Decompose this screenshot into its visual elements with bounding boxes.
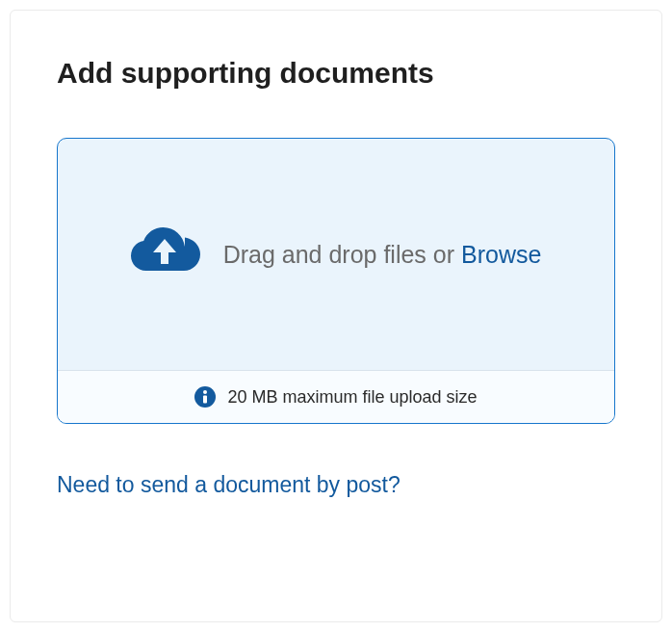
dropzone-prompt: Drag and drop files or Browse	[223, 241, 542, 269]
upload-size-hint: 20 MB maximum file upload size	[227, 387, 477, 408]
info-icon	[194, 386, 216, 408]
file-dropzone[interactable]: Drag and drop files or Browse 20 MB maxi…	[57, 138, 615, 424]
svg-rect-2	[203, 396, 207, 404]
dropzone-prompt-text: Drag and drop files or	[223, 241, 461, 268]
svg-point-1	[203, 390, 207, 394]
upload-card: Add supporting documents Drag and drop f…	[10, 10, 662, 622]
page-title: Add supporting documents	[57, 57, 615, 90]
browse-link[interactable]: Browse	[461, 241, 541, 268]
dropzone-main-area[interactable]: Drag and drop files or Browse	[58, 139, 614, 370]
send-by-post-link[interactable]: Need to send a document by post?	[57, 472, 615, 498]
dropzone-footer: 20 MB maximum file upload size	[58, 370, 614, 423]
cloud-upload-icon	[131, 227, 200, 281]
